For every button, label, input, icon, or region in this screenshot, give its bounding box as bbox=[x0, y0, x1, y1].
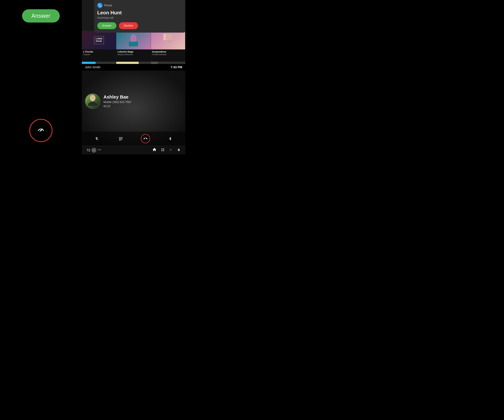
left-panel: Answer bbox=[0, 0, 82, 154]
progress-bar-3 bbox=[151, 62, 185, 64]
phone-app-icon bbox=[97, 3, 102, 8]
call-duration: 00:22 bbox=[103, 105, 132, 108]
card-2-title: Lobortis Magn bbox=[116, 49, 150, 53]
nav-fan-button[interactable] bbox=[169, 148, 173, 153]
card-3-title: Suspendisse bbox=[151, 49, 185, 53]
nav-grid-button[interactable] bbox=[161, 148, 165, 153]
svg-point-3 bbox=[166, 34, 173, 42]
caller-strip-time: 7:43 PM bbox=[170, 66, 182, 69]
nav-bell-button[interactable] bbox=[177, 148, 181, 153]
notification-actions: Answer Decline bbox=[97, 22, 182, 29]
notification-overlay: Phone Leon Hunt Incoming call Answer Dec… bbox=[94, 0, 185, 33]
notification-status: Incoming call bbox=[97, 16, 182, 19]
nav-wave-button[interactable] bbox=[98, 148, 101, 152]
caller-avatar bbox=[85, 93, 100, 109]
svg-rect-1 bbox=[129, 42, 138, 46]
end-call-button-small[interactable] bbox=[141, 134, 150, 143]
card-2-subtitle: Nayara Defuente bbox=[116, 53, 150, 56]
right-panel: Phone Leon Hunt Incoming call Answer Dec… bbox=[82, 0, 185, 154]
card-1[interactable]: LOREMIPSUM. s Tincidu i Ryushi bbox=[82, 31, 116, 62]
end-call-circle[interactable] bbox=[29, 119, 53, 142]
end-call-icon bbox=[37, 126, 45, 135]
caller-details: Ashley Bae Mobile (360) 624-7567 00:22 bbox=[103, 94, 132, 108]
bottom-nav: 72 › bbox=[82, 146, 185, 154]
notification-app-label: Phone bbox=[104, 4, 112, 7]
nav-center bbox=[152, 147, 181, 153]
avatar-placeholder bbox=[85, 94, 100, 108]
call-controls bbox=[82, 132, 185, 146]
progress-bar-1 bbox=[82, 62, 116, 64]
card-3[interactable]: Suspendisse Amelia Edwards bbox=[151, 31, 185, 62]
progress-fill-2 bbox=[116, 62, 139, 64]
notification-caller-name: Leon Hunt bbox=[97, 10, 182, 16]
nav-left: 72 › bbox=[86, 148, 101, 153]
card-2[interactable]: Lobortis Magn Nayara Defuente bbox=[116, 31, 151, 62]
lorem-ipsum-label: LOREMIPSUM. bbox=[94, 36, 104, 44]
answer-button[interactable]: Answer bbox=[22, 9, 60, 23]
temperature-display: 72 bbox=[86, 148, 90, 152]
progress-fill-1 bbox=[82, 62, 96, 64]
active-call-card: Ashley Bae Mobile (360) 624-7567 00:22 bbox=[82, 71, 185, 146]
svg-point-5 bbox=[90, 95, 95, 100]
caller-strip-name: John Smith bbox=[85, 66, 100, 69]
progress-fill-3 bbox=[151, 62, 158, 64]
active-caller-name: Ashley Bae bbox=[103, 94, 132, 100]
mute-button[interactable] bbox=[93, 135, 101, 142]
notification-decline-button[interactable]: Decline bbox=[119, 22, 138, 29]
active-caller-number: Mobile (360) 624-7567 bbox=[103, 101, 132, 104]
card-1-subtitle: i Ryushi bbox=[82, 53, 116, 56]
card-3-subtitle: Amelia Edwards bbox=[151, 53, 185, 56]
nav-home-button[interactable] bbox=[152, 147, 156, 153]
notification-header: Phone bbox=[97, 3, 182, 8]
card-1-title: s Tincidu bbox=[82, 49, 116, 53]
notification-answer-button[interactable]: Answer bbox=[97, 22, 116, 29]
content-area: LOREMIPSUM. s Tincidu i Ryushi Lobortis … bbox=[82, 31, 185, 154]
caller-strip: John Smith 7:43 PM bbox=[82, 64, 185, 71]
bluetooth-button[interactable] bbox=[167, 135, 174, 142]
call-content: Ashley Bae Mobile (360) 624-7567 00:22 bbox=[82, 71, 185, 132]
progress-row bbox=[82, 62, 185, 64]
keypad-button[interactable] bbox=[117, 135, 125, 142]
progress-bar-2 bbox=[116, 62, 151, 64]
cards-row: LOREMIPSUM. s Tincidu i Ryushi Lobortis … bbox=[82, 31, 185, 62]
nav-arrow-button[interactable]: › bbox=[91, 148, 96, 153]
